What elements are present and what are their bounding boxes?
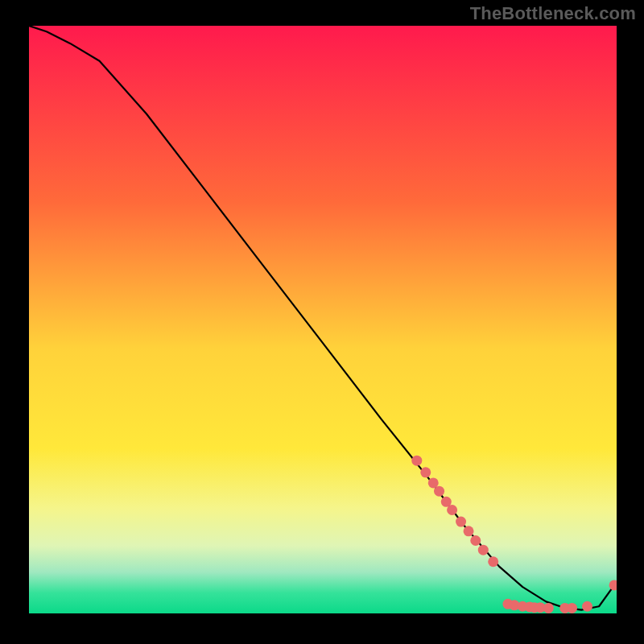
marker-point [582,601,592,612]
marker-point [456,517,466,527]
marker-point [434,486,444,497]
plot-area [29,26,617,613]
marker-point [447,505,457,515]
chart-svg [29,26,617,613]
gradient-background [29,26,617,613]
marker-point [567,603,577,613]
marker-point [420,467,431,477]
attribution-text: TheBottleneck.com [470,3,636,24]
chart-frame: TheBottleneck.com [0,0,644,644]
marker-point [478,545,489,555]
marker-point [464,526,474,536]
marker-point [488,556,498,567]
marker-point [411,456,422,466]
marker-point [470,535,481,546]
marker-point [543,603,554,613]
